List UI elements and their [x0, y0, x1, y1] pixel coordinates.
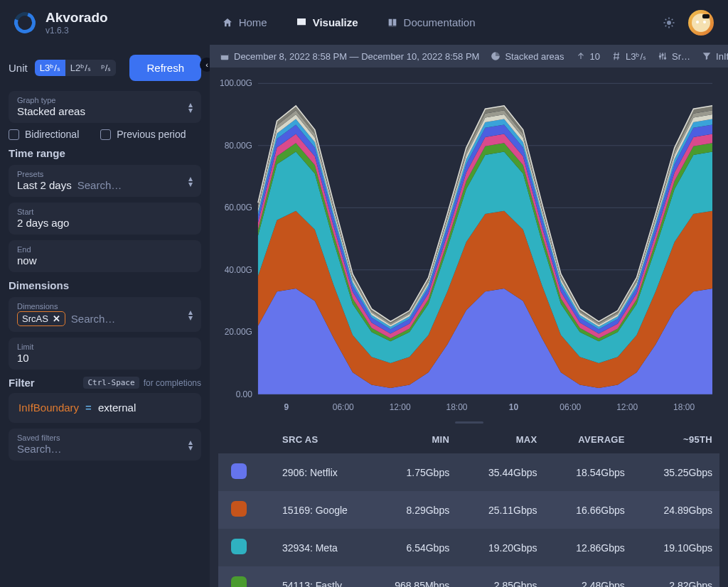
app-version: v1.6.3 [46, 26, 108, 36]
table-row[interactable]: 32934: Meta 6.54Gbps 19.20Gbps 12.86Gbps… [218, 529, 719, 566]
nav-visualize-label: Visualize [313, 16, 358, 28]
hash-icon [611, 51, 621, 61]
saved-filters-value: Search… [17, 443, 193, 455]
filter-hint-text: for completions [144, 378, 201, 388]
brand: Akvorado v1.6.3 [14, 10, 108, 36]
bidirectional-checkbox[interactable]: Bidirectional [9, 129, 79, 140]
unit-l3-button[interactable]: L3ᵇ/ₛ [35, 60, 65, 76]
app-title: Akvorado [46, 10, 108, 26]
start-input[interactable]: Start 2 days ago [9, 203, 201, 235]
svg-line-8 [672, 18, 673, 20]
svg-text:18:00: 18:00 [673, 402, 695, 412]
dimensions-search-placeholder: Search… [71, 313, 116, 325]
top-bar: Akvorado v1.6.3 Home Visualize Documenta… [0, 0, 728, 45]
unit-segmented: L3ᵇ/ₛ L2ᵇ/ₛ ᵖ/ₛ [35, 60, 117, 76]
series-swatch [231, 576, 247, 587]
cell-min: 6.54Gbps [360, 529, 456, 566]
dimensions-label: Dimensions [17, 302, 193, 311]
svg-text:18:00: 18:00 [446, 402, 468, 412]
arrow-up-icon [576, 51, 586, 61]
svg-text:06:00: 06:00 [333, 402, 354, 412]
nav-docs-label: Documentation [404, 16, 476, 28]
filter-hint: Ctrl-Space for completions [83, 377, 201, 389]
chevron-updown-icon: ▴▾ [188, 439, 193, 451]
chevron-updown-icon: ▴▾ [188, 309, 193, 321]
graph-type-select[interactable]: Graph type Stacked areas ▴▾ [9, 91, 201, 123]
svg-text:0.00: 0.00 [236, 389, 253, 399]
summary-limit: 10 [590, 51, 600, 62]
series-swatch [231, 463, 247, 479]
svg-point-12 [662, 54, 663, 55]
th-dim[interactable]: SRC AS [254, 426, 360, 453]
dimensions-select[interactable]: Dimensions SrcAS ✕ Search… ▴▾ [9, 297, 201, 332]
summary-time: December 8, 2022 8:58 PM — December 10, … [234, 51, 479, 62]
collapse-sidebar-icon[interactable]: ‹ [200, 58, 210, 72]
svg-point-0 [667, 21, 671, 25]
summary-bar: December 8, 2022 8:58 PM — December 10, … [210, 45, 728, 68]
summary-unit: L3ᵇ/ₛ [626, 51, 646, 62]
pie-icon [491, 51, 500, 61]
saved-filters-label: Saved filters [17, 433, 193, 442]
cell-p95: 35.25Gbps [632, 453, 719, 491]
filter-title: Filter [9, 377, 35, 389]
cell-avg: 16.66Gbps [544, 491, 631, 529]
theme-toggle-icon[interactable] [663, 16, 675, 29]
limit-input[interactable]: Limit 10 [9, 338, 201, 370]
nav-home-label: Home [239, 16, 267, 28]
table-row[interactable]: 15169: Google 8.29Gbps 25.11Gbps 16.66Gb… [218, 491, 719, 529]
presets-value: Last 2 days [17, 179, 72, 191]
start-label: Start [17, 208, 193, 216]
dimension-tag-label: SrcAS [22, 313, 48, 324]
table-row[interactable]: 2906: Netflix 1.75Gbps 35.44Gbps 18.54Gb… [218, 453, 719, 491]
previous-period-label: Previous period [117, 129, 186, 140]
nav-visualize[interactable]: Visualize [296, 16, 358, 28]
refresh-button[interactable]: Refresh [129, 55, 201, 81]
th-p95[interactable]: ~95TH [632, 426, 719, 453]
dimensions-title: Dimensions [9, 279, 201, 291]
cell-max: 2.85Gbps [456, 566, 544, 587]
home-icon [222, 17, 233, 28]
svg-text:60.00G: 60.00G [225, 203, 252, 212]
svg-text:10: 10 [509, 402, 519, 412]
remove-tag-icon[interactable]: ✕ [53, 313, 60, 324]
nav-home[interactable]: Home [222, 16, 267, 28]
filter-expression-input[interactable]: InIfBoundary = external [9, 393, 201, 423]
user-avatar[interactable] [688, 10, 714, 36]
saved-filters-select[interactable]: Saved filters Search… ▴▾ [9, 429, 201, 461]
end-value: now [17, 254, 193, 266]
content-area: December 8, 2022 8:58 PM — December 10, … [210, 45, 728, 587]
svg-text:100.00G: 100.00G [220, 78, 252, 88]
limit-value: 10 [17, 352, 193, 364]
chart-area[interactable]: 0.0020.00G40.00G60.00G80.00G100.00G906:0… [210, 68, 728, 419]
cell-p95: 24.89Gbps [632, 491, 719, 529]
previous-period-checkbox[interactable]: Previous period [100, 129, 186, 140]
graph-type-value: Stacked areas [17, 105, 193, 117]
sliders-icon [658, 51, 668, 61]
graph-type-label: Graph type [17, 96, 193, 104]
svg-text:80.00G: 80.00G [225, 141, 252, 151]
cell-name: 54113: Fastly [254, 566, 360, 587]
table-row[interactable]: 54113: Fastly 968.85Mbps 2.85Gbps 2.48Gb… [218, 566, 719, 587]
series-swatch [231, 501, 247, 517]
svg-line-7 [665, 25, 667, 26]
resize-handle[interactable] [210, 419, 728, 426]
presets-select[interactable]: Presets Last 2 days Search… ▴▾ [9, 165, 201, 197]
th-max[interactable]: MAX [456, 426, 544, 453]
th-min[interactable]: MIN [360, 426, 456, 453]
unit-label: Unit [9, 62, 28, 74]
nav-documentation[interactable]: Documentation [387, 16, 476, 28]
filter-key: InIfBoundary [18, 402, 79, 414]
end-input[interactable]: End now [9, 240, 201, 272]
svg-point-13 [664, 58, 665, 59]
svg-text:40.00G: 40.00G [225, 265, 252, 275]
time-range-title: Time range [9, 147, 201, 159]
th-avg[interactable]: AVERAGE [544, 426, 631, 453]
cell-min: 968.85Mbps [360, 566, 456, 587]
unit-pps-button[interactable]: ᵖ/ₛ [96, 60, 117, 76]
svg-text:06:00: 06:00 [560, 402, 581, 412]
summary-type: Stacked areas [505, 51, 564, 62]
unit-l2-button[interactable]: L2ᵇ/ₛ [65, 60, 96, 76]
dimension-tag-srcas[interactable]: SrcAS ✕ [17, 311, 65, 326]
data-table: SRC AS MIN MAX AVERAGE ~95TH 2906: Netfl… [218, 426, 719, 587]
presets-label: Presets [17, 170, 193, 178]
